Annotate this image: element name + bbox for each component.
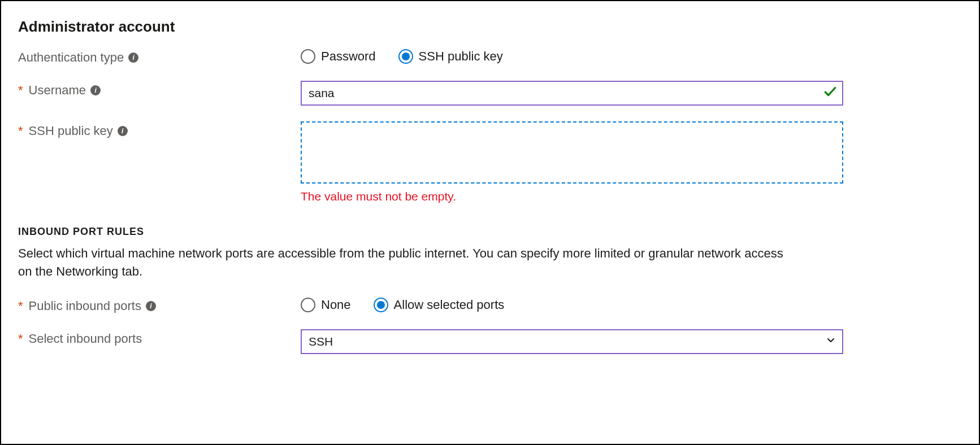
- required-asterisk: *: [18, 331, 23, 346]
- label-text-public-ports: Public inbound ports: [29, 299, 141, 313]
- select-ports-wrap: SSH: [301, 329, 843, 354]
- label-ssh-key: * SSH public key i: [18, 121, 301, 138]
- radio-label-ssh: SSH public key: [419, 49, 503, 64]
- row-auth-type: Authentication type i Password SSH publi…: [18, 48, 962, 65]
- ssh-key-input[interactable]: [301, 121, 843, 184]
- required-asterisk: *: [18, 299, 23, 313]
- radio-group-auth-type: Password SSH public key: [301, 48, 843, 64]
- info-icon[interactable]: i: [118, 126, 128, 136]
- radio-circle-icon: [301, 49, 315, 64]
- radio-label-allow: Allow selected ports: [394, 298, 505, 312]
- label-text-auth-type: Authentication type: [18, 50, 124, 65]
- label-auth-type: Authentication type i: [18, 48, 301, 65]
- label-text-ssh-key: SSH public key: [29, 124, 113, 138]
- select-ports-value: SSH: [309, 335, 333, 348]
- row-public-ports: * Public inbound ports i None Allow sele…: [18, 296, 962, 313]
- required-asterisk: *: [18, 124, 23, 138]
- radio-circle-icon: [374, 298, 388, 312]
- username-input[interactable]: [301, 81, 843, 106]
- info-icon[interactable]: i: [128, 53, 138, 63]
- info-icon[interactable]: i: [146, 301, 156, 311]
- required-asterisk: *: [18, 83, 23, 98]
- radio-circle-icon: [398, 49, 413, 64]
- label-select-ports: * Select inbound ports: [18, 329, 301, 346]
- select-ports-dropdown[interactable]: SSH: [301, 329, 843, 354]
- row-ssh-key: * SSH public key i The value must not be…: [18, 121, 962, 203]
- section-desc-inbound: Select which virtual machine network por…: [18, 245, 787, 281]
- radio-label-none: None: [321, 298, 351, 312]
- radio-circle-icon: [301, 298, 315, 312]
- label-public-ports: * Public inbound ports i: [18, 296, 301, 313]
- radio-ssh[interactable]: SSH public key: [398, 49, 503, 64]
- ssh-key-error: The value must not be empty.: [301, 190, 843, 203]
- section-title-inbound: INBOUND PORT RULES: [18, 226, 962, 238]
- label-text-select-ports: Select inbound ports: [29, 331, 142, 346]
- radio-allow[interactable]: Allow selected ports: [374, 298, 505, 312]
- username-input-wrap: [301, 81, 843, 106]
- row-username: * Username i: [18, 81, 962, 106]
- radio-none[interactable]: None: [301, 298, 351, 312]
- radio-password[interactable]: Password: [301, 49, 376, 64]
- label-username: * Username i: [18, 81, 301, 98]
- radio-label-password: Password: [321, 49, 376, 64]
- radio-group-public-ports: None Allow selected ports: [301, 296, 843, 312]
- section-title-admin: Administrator account: [18, 18, 962, 36]
- info-icon[interactable]: i: [90, 85, 101, 95]
- form-panel: Administrator account Authentication typ…: [0, 0, 980, 445]
- label-text-username: Username: [29, 83, 86, 98]
- row-select-ports: * Select inbound ports SSH: [18, 329, 962, 354]
